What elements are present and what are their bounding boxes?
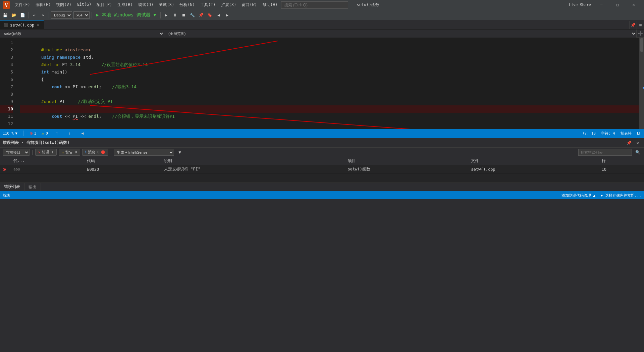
- tab-icon: ⬛: [4, 23, 8, 27]
- warning-count[interactable]: ⚠ 0: [42, 131, 48, 136]
- source-control-btn[interactable]: 添加到源代码管理 ▲: [561, 193, 595, 198]
- col-desc[interactable]: 说明: [161, 157, 345, 165]
- menu-analyze[interactable]: 分析(N): [177, 1, 198, 9]
- info-btn-label: 消息 0: [88, 150, 100, 155]
- toolbar-icon-4[interactable]: 🔧: [189, 11, 196, 19]
- toolbar-icon-3[interactable]: ⏹: [180, 11, 187, 19]
- scrollbar-thumb[interactable]: [640, 38, 643, 52]
- nav-add-btn[interactable]: ➕: [637, 30, 644, 38]
- save-all-btn[interactable]: 💾: [1, 11, 9, 19]
- col-line[interactable]: 行: [599, 157, 644, 165]
- menu-git[interactable]: Git(G): [74, 1, 94, 9]
- encoding-label: LF: [637, 131, 641, 136]
- info-circle-icon: ℹ: [85, 150, 87, 154]
- code-line-3: #define PI 3.14 //设置茳名的值位3.14: [20, 54, 639, 61]
- panel-pin-btn[interactable]: 📌: [625, 139, 633, 147]
- nav-down-btn[interactable]: ↓: [66, 130, 73, 137]
- code-line-12: return 0;: [20, 120, 639, 128]
- error-circle-icon: ⊗: [3, 166, 6, 172]
- error-table[interactable]: 代... 代码 说明 项目 文件 行 ⊗ abs E0020 未定义标识符 "P…: [0, 157, 644, 183]
- col-type[interactable]: 代...: [11, 157, 84, 165]
- col-project[interactable]: 项目: [345, 157, 469, 165]
- code-nav-bar: setw()函数 (全局范围) ➕: [0, 30, 644, 38]
- errors-btn[interactable]: ✕ 错误 1: [35, 149, 57, 156]
- toolbar-sep-4: [160, 12, 161, 18]
- toolbar-icon-1[interactable]: ▶: [163, 11, 170, 19]
- new-file-btn[interactable]: 📄: [19, 11, 26, 19]
- tab-close-btn[interactable]: ✕: [36, 23, 40, 27]
- code-editor[interactable]: #include <iostream> using namespace std;…: [16, 38, 639, 129]
- menu-file[interactable]: 文件(F): [12, 1, 33, 9]
- error-count-label: 1: [34, 131, 36, 136]
- col-file[interactable]: 文件: [468, 157, 599, 165]
- error-row-0[interactable]: ⊗ abs E0020 未定义标识符 "PI" setw()函数 setw().…: [0, 165, 644, 174]
- editor-scrollbar[interactable]: [639, 38, 644, 129]
- run-button[interactable]: ▶ 本地 Windows 调试器 ▼: [94, 11, 158, 19]
- errors-table: 代... 代码 说明 项目 文件 行 ⊗ abs E0020 未定义标识符 "P…: [0, 157, 644, 174]
- global-search-input[interactable]: [281, 1, 348, 9]
- expand-btn[interactable]: ⊞: [637, 21, 644, 29]
- live-share-btn[interactable]: Live Share: [567, 2, 593, 8]
- error-project-cell: setw()函数: [345, 165, 469, 174]
- editor-and-scroll: 12345 6789 10 1112 #include <iostream> u…: [0, 38, 644, 129]
- errors-btn-label: 错误 1: [42, 150, 54, 155]
- menu-window[interactable]: 窗口(W): [239, 1, 260, 9]
- info-btn[interactable]: ℹ 消息 0 🔴: [82, 149, 108, 156]
- app-logo: V: [3, 1, 10, 9]
- close-button[interactable]: ✕: [626, 0, 641, 10]
- nav-up-btn[interactable]: ↑: [53, 130, 61, 137]
- toolbar-icon-7[interactable]: ◀: [215, 11, 222, 19]
- menu-test[interactable]: 测试(S): [156, 1, 177, 9]
- line-numbers: 12345 6789 10 1112: [0, 38, 16, 129]
- error-line-cell: 10: [599, 165, 644, 174]
- scope2-select[interactable]: (全局范围): [164, 30, 637, 38]
- debug-config-select[interactable]: Debug: [51, 11, 72, 19]
- build-select-arrow[interactable]: ▼: [176, 149, 183, 156]
- footer-status-bar: 就绪 添加到源代码管理 ▲ ▶ 选择存储库并立即...: [0, 191, 644, 199]
- search-icon[interactable]: 🔍: [634, 149, 641, 156]
- undo-btn[interactable]: ↩: [31, 11, 38, 19]
- menu-view[interactable]: 视图(V): [53, 1, 74, 9]
- minimize-button[interactable]: ─: [594, 0, 609, 10]
- nav-left-btn[interactable]: ◀: [79, 130, 86, 137]
- select-repo-btn[interactable]: ▶ 选择存储库并立即...: [601, 193, 641, 198]
- code-line-6: cout << PI << endl; //输出3.14: [20, 76, 639, 83]
- toolbar-icon-8[interactable]: ▶: [224, 11, 231, 19]
- toolbar-icon-6[interactable]: 🔖: [206, 11, 214, 19]
- zoom-level[interactable]: 110 % ▼: [3, 131, 17, 136]
- warning-tri-icon: ⚠: [62, 150, 64, 154]
- menu-project[interactable]: 项目(P): [94, 1, 115, 9]
- panel-tab-output[interactable]: 输出: [24, 183, 41, 191]
- menu-extensions[interactable]: 扩展(X): [218, 1, 239, 9]
- toolbar-icon-5[interactable]: 📌: [198, 11, 205, 19]
- zoom-icon: ▼: [15, 131, 17, 136]
- menu-build[interactable]: 生成(B): [115, 1, 136, 9]
- filter-active-icon: 🔴: [101, 150, 105, 154]
- code-line-10: cout << PI << endl; //会报错，显示未识别标识符PI: [20, 105, 639, 113]
- tab-bar: ⬛ setw().cpp ✕ 📌 ⊞: [0, 20, 644, 30]
- scope-select[interactable]: setw()函数: [0, 30, 164, 38]
- open-btn[interactable]: 📂: [10, 11, 17, 19]
- warnings-btn[interactable]: ⚠ 警告 0: [59, 149, 80, 156]
- build-select[interactable]: 生成 + IntelliSense: [114, 149, 174, 156]
- col-type-icon: [0, 157, 11, 165]
- filter-select[interactable]: 当前项目: [3, 149, 30, 156]
- panel-right: 📌 ✕: [625, 139, 641, 147]
- scrollbar-error-mark: [643, 87, 644, 89]
- arch-select[interactable]: x64: [73, 11, 90, 19]
- menu-debug[interactable]: 调试(D): [136, 1, 156, 9]
- menu-edit[interactable]: 编辑(E): [33, 1, 54, 9]
- maximize-button[interactable]: □: [610, 0, 625, 10]
- redo-btn[interactable]: ↪: [39, 11, 47, 19]
- menu-bar: 文件(F) 编辑(E) 视图(V) Git(G) 项目(P) 生成(B) 调试(…: [12, 1, 280, 9]
- pin-btn[interactable]: 📌: [629, 21, 637, 29]
- menu-help[interactable]: 帮助(H): [260, 1, 280, 9]
- toolbar-icon-2[interactable]: ⏸: [171, 11, 179, 19]
- error-count[interactable]: ⊗ 1: [30, 131, 36, 136]
- panel-close-btn[interactable]: ✕: [634, 139, 641, 147]
- tab-setw-cpp[interactable]: ⬛ setw().cpp ✕: [0, 20, 44, 29]
- panel-tab-errors[interactable]: 错误列表: [0, 183, 24, 192]
- error-search-input[interactable]: [578, 149, 632, 156]
- menu-tools[interactable]: 工具(T): [198, 1, 218, 9]
- col-code[interactable]: 代码: [84, 157, 161, 165]
